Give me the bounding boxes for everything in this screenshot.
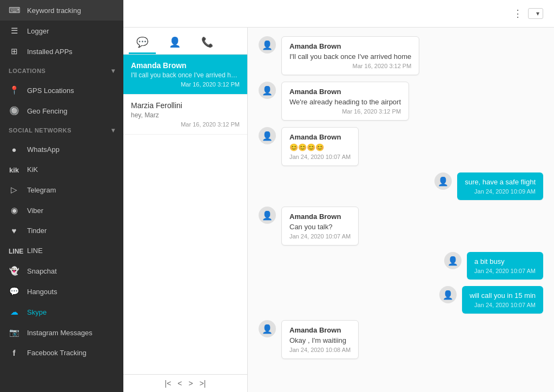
conversations-panel: 💬👤📞 Amanda Brown I'll call you back once… [123,28,248,392]
message-bubble: Amanda BrownCan you talk?Jan 24, 2020 10… [281,207,359,245]
message-row-msg4: sure, have a safe flightJan 24, 2020 10:… [259,172,543,200]
sidebar-item-hangouts[interactable]: 💬 Hangouts [0,281,123,302]
logger-icon: ☰ [9,26,19,36]
sidebar-item-whatsapp[interactable]: ● WhatsApp [0,139,123,160]
sidebar-label-tinder: Tinder [27,227,47,235]
sidebar-label-telegram: Telegram [27,186,56,194]
sidebar: ⌨ Keyword tracking☰ Logger⊞ Installed AP… [0,0,123,392]
message-bubble: Amanda BrownWe're already heading to the… [281,82,409,121]
avatar: 👤 [259,320,276,337]
avatar: 👤 [439,286,457,303]
message-row-msg7: will call you in 15 minJan 24, 2020 10:0… [259,286,543,314]
message-bubble: sure, have a safe flightJan 24, 2020 10:… [457,172,543,200]
sidebar-item-line[interactable]: LINE LINE [0,241,123,261]
section-header-social-networks[interactable]: SOCIAL NETWORKS▾ [0,121,123,139]
msg-text: 😊😊😊😊 [289,143,351,151]
main-header: ⋮ ▾ [123,0,554,28]
sidebar-item-instagram[interactable]: 📷 Instagram Messages [0,322,123,343]
sidebar-item-geo-fencing[interactable]: 🔘 Geo Fencing [0,101,123,121]
sidebar-item-viber[interactable]: ◉ Viber [0,200,123,221]
language-selector[interactable]: ▾ [528,8,543,19]
section-label-locations: LOCATIONS [9,68,45,74]
tinder-icon: ♥ [9,226,19,235]
gps-locations-icon: 📍 [9,85,19,95]
pagination-first[interactable]: |< [165,379,172,388]
whatsapp-icon: ● [9,145,19,154]
sidebar-label-logger: Logger [27,27,49,35]
message-bubble: Amanda BrownOkay , I'm waitiingJan 24, 2… [281,320,359,359]
avatar: 👤 [259,82,276,99]
message-row-msg3: 👤Amanda Brown😊😊😊😊Jan 24, 2020 10:07 AM [259,127,543,166]
avatar: 👤 [259,207,276,224]
sidebar-item-snapchat[interactable]: 👻 Snapchat [0,261,123,281]
viber-icon: ◉ [9,205,19,215]
header-actions: ⋮ ▾ [513,8,543,19]
conversation-tabs: 💬👤📞 [123,28,247,55]
sidebar-item-skype[interactable]: ☁ Skype [0,302,123,322]
sidebar-label-instagram: Instagram Messages [27,329,93,337]
content-area: 💬👤📞 Amanda Brown I'll call you back once… [123,28,554,392]
msg-time: Mar 16, 2020 3:12 PM [289,63,411,69]
conversation-list: Amanda Brown I'll call you back once I'v… [123,55,247,374]
sidebar-item-telegram[interactable]: ▷ Telegram [0,180,123,200]
section-header-locations[interactable]: LOCATIONS▾ [0,62,123,80]
msg-time: Jan 24, 2020 10:07 AM [289,233,351,240]
sidebar-label-line: LINE [27,247,43,255]
msg-time: Jan 24, 2020 10:07 AM [289,154,351,160]
kik-icon: kik [9,165,19,174]
sidebar-label-facebook: Facebook Tracking [27,349,87,357]
sidebar-label-kik: KiK [27,165,38,174]
sidebar-label-viber: Viber [27,207,43,215]
msg-time: Jan 24, 2020 10:07 AM [470,302,536,308]
pagination-next[interactable]: > [189,379,193,388]
msg-text: Okay , I'm waitiing [289,336,351,344]
msg-text: sure, have a safe flight [465,178,536,186]
message-bubble: will call you in 15 minJan 24, 2020 10:0… [462,286,543,314]
msg-time: Jan 24, 2020 10:07 AM [474,268,536,274]
conv-preview: I'll call you back once I've arrived hom… [131,71,240,79]
tab-chat[interactable]: 💬 [129,32,156,54]
conv-name: Marzia Ferollini [131,101,240,110]
sidebar-item-logger[interactable]: ☰ Logger [0,21,123,41]
message-row-msg6: a bit busyJan 24, 2020 10:07 AM👤 [259,252,543,280]
sidebar-label-keyword-tracking: Keyword tracking [27,6,81,15]
installed-apps-icon: ⊞ [9,46,19,56]
tab-call[interactable]: 📞 [194,32,221,54]
section-label-social-networks: SOCIAL NETWORKS [9,127,71,134]
keyword-tracking-icon: ⌨ [9,5,19,15]
conversation-item-amanda-brown[interactable]: Amanda Brown I'll call you back once I'v… [123,55,247,95]
sidebar-label-gps-locations: GPS Locations [27,87,74,95]
message-row-msg1: 👤Amanda BrownI'll call you back once I'v… [259,36,543,75]
msg-time: Jan 24, 2020 10:08 AM [289,347,351,353]
msg-text: Can you talk? [289,223,351,231]
conv-preview: hey, Marz [131,111,240,119]
msg-text: a bit busy [474,257,536,265]
sidebar-item-kik[interactable]: kik KiK [0,160,123,180]
telegram-icon: ▷ [9,185,19,195]
message-bubble: Amanda Brown😊😊😊😊Jan 24, 2020 10:07 AM [281,127,359,166]
geo-fencing-icon: 🔘 [9,106,19,116]
sidebar-item-keyword-tracking[interactable]: ⌨ Keyword tracking [0,0,123,21]
tab-contact[interactable]: 👤 [161,32,188,54]
sidebar-label-installed-apps: Installed APPs [27,48,72,56]
kebab-menu-icon[interactable]: ⋮ [513,8,523,19]
conversation-item-marzia-ferollini[interactable]: Marzia Ferollini hey, Marz Mar 16, 2020 … [123,95,247,135]
pagination: |< < > >| [123,374,247,392]
pagination-prev[interactable]: < [177,379,182,388]
message-bubble: a bit busyJan 24, 2020 10:07 AM [467,252,543,280]
facebook-icon: f [9,348,19,357]
sidebar-item-tinder[interactable]: ♥ Tinder [0,221,123,241]
sidebar-item-gps-locations[interactable]: 📍 GPS Locations [0,80,123,101]
sidebar-label-whatsapp: WhatsApp [27,145,60,154]
pagination-last[interactable]: >| [200,379,206,388]
msg-text: will call you in 15 min [470,291,536,300]
message-row-msg5: 👤Amanda BrownCan you talk?Jan 24, 2020 1… [259,207,543,245]
msg-sender: Amanda Brown [289,212,351,221]
msg-text: I'll call you back once I've arrived hom… [289,52,411,61]
sidebar-item-facebook[interactable]: f Facebook Tracking [0,343,123,363]
main-panel: ⋮ ▾ 💬👤📞 Amanda Brown I'll call you back … [123,0,554,392]
conv-time: Mar 16, 2020 3:12 PM [131,81,240,88]
message-bubble: Amanda BrownI'll call you back once I've… [281,36,419,75]
sidebar-item-installed-apps[interactable]: ⊞ Installed APPs [0,41,123,62]
msg-sender: Amanda Brown [289,326,351,334]
